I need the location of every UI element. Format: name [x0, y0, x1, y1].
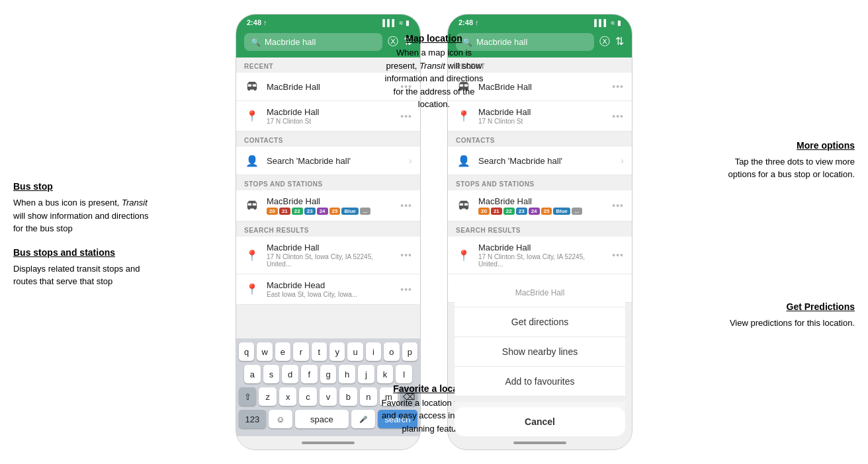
left-keyboard-row-2: a s d f g h j k l [239, 365, 417, 383]
bus-stop-title: Bus stop [13, 180, 152, 194]
left-keyboard-row-1: q w e r t y u i o p [239, 342, 417, 361]
key-g[interactable]: g [320, 365, 337, 383]
left-contacts-item-1[interactable]: 👤 Search 'Macbride hall' › [236, 147, 420, 175]
right-search-result-1-subtitle: 17 N Clinton St, Iowa City, IA 52245, Un… [478, 253, 605, 268]
left-stops-item-1-dots[interactable]: ••• [400, 200, 412, 211]
right-search-result-1[interactable]: 📍 Macbride Hall 17 N Clinton St, Iowa Ci… [448, 237, 632, 274]
bottom-sheet-cancel[interactable]: Cancel [455, 407, 625, 436]
right-stops-item-1[interactable]: MacBride Hall 20 21 22 23 24 25 Blue ... [448, 190, 632, 221]
right-home-indicator [513, 442, 566, 444]
left-wifi-icon: ≈ [400, 19, 404, 26]
svg-rect-22 [460, 201, 468, 204]
key-h[interactable]: h [339, 365, 355, 383]
left-contacts-item-1-chevron: › [409, 155, 412, 166]
key-t[interactable]: t [312, 342, 327, 361]
bottom-sheet-get-directions[interactable]: Get directions [455, 307, 625, 337]
key-d[interactable]: d [282, 365, 298, 383]
key-j[interactable]: j [358, 365, 374, 383]
left-search-result-1-subtitle: 17 N Clinton St, Iowa City, IA 52245, Un… [267, 253, 394, 268]
more-options-text: Tap the three dots to view more options … [716, 155, 855, 181]
left-stops-item-1-title: MacBride Hall [267, 196, 394, 206]
svg-rect-5 [248, 84, 251, 87]
left-search-icon: 🔍 [251, 38, 261, 47]
key-u[interactable]: u [347, 342, 363, 361]
svg-rect-27 [464, 203, 468, 206]
key-w[interactable]: w [257, 342, 272, 361]
key-i[interactable]: i [366, 342, 381, 361]
key-emoji[interactable]: ☺ [269, 410, 292, 428]
svg-rect-8 [249, 201, 256, 204]
key-v[interactable]: v [320, 387, 337, 406]
right-contacts-header: CONTACTS [448, 132, 632, 147]
left-search-result-2-subtitle: East Iowa St, Iowa City, Iowa... [267, 291, 394, 298]
map-location-annotation: Map location When a map icon is present,… [381, 33, 487, 120]
right-stops-item-1-dots[interactable]: ••• [612, 200, 624, 211]
left-bus-icon-2 [244, 198, 260, 213]
right-recent-item-2-dots[interactable]: ••• [612, 111, 624, 122]
right-contacts-item-1[interactable]: 👤 Search 'Macbride hall' › [448, 147, 632, 175]
right-annotation-panel: More options Tap the three dots to view … [716, 126, 855, 339]
right-recent-item-1-content: MacBride Hall [478, 82, 605, 92]
left-battery-icon: ▮ [406, 19, 410, 26]
right-status-icons: ▌▌▌ ≈ ▮ [594, 19, 621, 26]
get-predictions-title: Get Predictions [716, 300, 855, 314]
key-y[interactable]: y [329, 342, 345, 361]
right-bus-icon-2 [456, 198, 472, 213]
right-clear-icon[interactable]: ⓧ [599, 35, 610, 49]
left-search-input[interactable]: 🔍 Macbride hall [244, 33, 382, 51]
left-search-result-2[interactable]: 📍 Macbride Head East Iowa St, Iowa City,… [236, 274, 420, 305]
key-space[interactable]: space [295, 410, 349, 428]
left-search-result-1-title: Macbride Hall [267, 243, 394, 252]
key-f[interactable]: f [301, 365, 318, 383]
left-search-result-2-dots[interactable]: ••• [400, 284, 412, 295]
left-recent-item-1-content: MacBride Hall [267, 82, 394, 92]
left-search-text: Macbride hall [265, 37, 316, 47]
key-a[interactable]: a [244, 365, 261, 383]
key-k[interactable]: k [377, 365, 394, 383]
key-123[interactable]: 123 [239, 410, 266, 428]
left-recent-item-2-title: Macbride Hall [267, 107, 394, 117]
key-shift[interactable]: ⇧ [239, 387, 256, 406]
key-z[interactable]: z [259, 387, 276, 406]
key-b[interactable]: b [339, 387, 357, 406]
left-search-pin-2: 📍 [244, 282, 260, 297]
key-n[interactable]: n [360, 387, 377, 406]
key-q[interactable]: q [239, 342, 254, 361]
key-mic[interactable]: 🎤 [351, 410, 375, 428]
left-search-result-2-content: Macbride Head East Iowa St, Iowa City, I… [267, 280, 394, 298]
key-c[interactable]: c [299, 387, 316, 406]
left-search-results-header: SEARCH RESULTS [236, 221, 420, 237]
right-stops-item-1-content: MacBride Hall 20 21 22 23 24 25 Blue ... [478, 196, 605, 215]
key-l[interactable]: l [396, 365, 412, 383]
more-options-title: More options [716, 139, 855, 153]
key-x[interactable]: x [279, 387, 296, 406]
right-search-results-header: SEARCH RESULTS [448, 221, 632, 237]
left-stops-item-1[interactable]: MacBride Hall 20 21 22 23 24 25 Blue ... [236, 190, 420, 221]
right-stops-header: STOPS AND STATIONS [448, 175, 632, 190]
bottom-sheet-nearby-lines[interactable]: Show nearby lines [455, 337, 625, 367]
left-search-result-1[interactable]: 📍 Macbride Hall 17 N Clinton St, Iowa Ci… [236, 237, 420, 274]
left-recent-item-2-subtitle: 17 N Clinton St [267, 118, 394, 125]
key-p[interactable]: p [402, 342, 417, 361]
left-search-pin-1: 📍 [244, 247, 260, 263]
key-r[interactable]: r [293, 342, 308, 361]
left-search-result-2-title: Macbride Head [267, 280, 394, 290]
right-search-result-1-dots[interactable]: ••• [612, 250, 624, 260]
right-stops-item-1-title: MacBride Hall [478, 196, 605, 206]
right-recent-item-1-title: MacBride Hall [478, 82, 605, 92]
key-e[interactable]: e [275, 342, 290, 361]
right-swap-icon[interactable]: ⇅ [615, 35, 624, 49]
left-status-icons: ▌▌▌ ≈ ▮ [382, 19, 410, 26]
right-signal-icon: ▌▌▌ [594, 19, 608, 26]
svg-rect-1 [249, 82, 256, 85]
right-contacts-item-1-title: Search 'Macbride hall' [478, 156, 614, 166]
left-search-result-1-content: Macbride Hall 17 N Clinton St, Iowa City… [267, 243, 394, 268]
key-o[interactable]: o [384, 342, 399, 361]
right-recent-item-1-dots[interactable]: ••• [612, 81, 624, 92]
left-search-result-1-dots[interactable]: ••• [400, 250, 412, 260]
right-search-pin-1: 📍 [456, 247, 472, 263]
bottom-sheet-add-favourite[interactable]: Add to favourites [455, 367, 625, 397]
key-s[interactable]: s [263, 365, 280, 383]
left-stops-item-1-content: MacBride Hall 20 21 22 23 24 25 Blue ... [267, 196, 394, 215]
left-route-tags: 20 21 22 23 24 25 Blue ... [267, 208, 394, 215]
